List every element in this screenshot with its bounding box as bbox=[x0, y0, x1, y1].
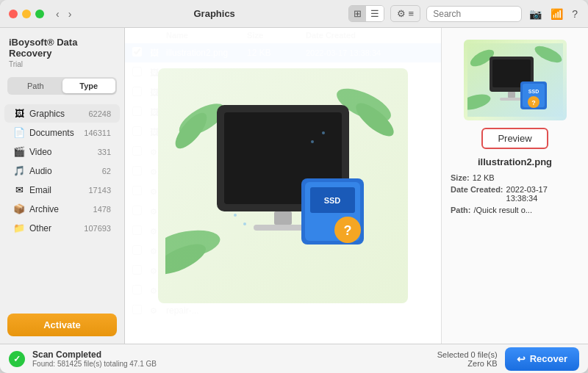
sidebar-label-other: Other bbox=[29, 223, 79, 233]
activate-button[interactable]: Activate bbox=[7, 314, 117, 336]
titlebar: ‹ › Graphics ⊞ ☰ ⚙ ≡ 📷 📶 ? bbox=[0, 0, 588, 28]
sidebar-label-archive: Archive bbox=[29, 204, 89, 214]
audio-icon: 🎵 bbox=[13, 165, 25, 176]
file-list-area: Name Size Date Created 🖼 illustration2.p… bbox=[125, 28, 441, 344]
svg-rect-26 bbox=[508, 92, 515, 98]
other-icon: 📁 bbox=[13, 222, 25, 233]
nav-arrows: ‹ › bbox=[53, 7, 74, 21]
file-info-size-row: Size: 12 KB bbox=[451, 173, 579, 182]
svg-text:?: ? bbox=[344, 223, 352, 238]
minimize-button[interactable] bbox=[22, 10, 31, 18]
sidebar-label-graphics: Graphics bbox=[29, 109, 84, 119]
sidebar-count-email: 17143 bbox=[88, 186, 111, 195]
main-layout: iBoysoft® Data Recovery Trial Path Type … bbox=[0, 28, 588, 344]
sidebar-label-documents: Documents bbox=[29, 128, 79, 138]
sidebar-header: iBoysoft® Data Recovery Trial bbox=[0, 28, 124, 71]
sidebar-item-archive[interactable]: 📦 Archive 1478 bbox=[4, 200, 120, 218]
date-created-label: Date Created: bbox=[451, 185, 503, 203]
sidebar-count-graphics: 62248 bbox=[88, 109, 111, 118]
sidebar-item-email[interactable]: ✉ Email 17143 bbox=[4, 181, 120, 199]
preview-image-container: SSD ? bbox=[158, 68, 408, 303]
thumbnail-svg: SSD ? bbox=[467, 43, 563, 117]
selected-size: Zero KB bbox=[437, 359, 498, 368]
content-area: Name Size Date Created 🖼 illustration2.p… bbox=[125, 28, 441, 344]
scan-complete-icon: ✓ bbox=[9, 351, 25, 367]
status-bar: ✓ Scan Completed Found: 581425 file(s) t… bbox=[0, 344, 588, 373]
tab-type[interactable]: Type bbox=[62, 79, 116, 93]
view-toggle: ⊞ ☰ bbox=[348, 5, 384, 22]
date-created-value: 2022-03-17 13:38:34 bbox=[506, 185, 579, 203]
file-info-date-row: Date Created: 2022-03-17 13:38:34 bbox=[451, 185, 579, 203]
email-icon: ✉ bbox=[13, 184, 25, 195]
path-label: Path: bbox=[451, 206, 471, 214]
svg-text:?: ? bbox=[531, 99, 536, 106]
sidebar-list: 🖼 Graphics 62248 📄 Documents 146311 🎬 Vi… bbox=[0, 101, 124, 306]
app-name: iBoysoft® Data Recovery bbox=[9, 37, 115, 59]
scan-complete-text: Scan Completed Found: 581425 file(s) tot… bbox=[32, 350, 157, 368]
sidebar-label-video: Video bbox=[29, 147, 93, 157]
selected-info: Selected 0 file(s) Zero KB bbox=[437, 350, 498, 368]
scan-title: Scan Completed bbox=[32, 350, 157, 360]
sidebar-activate: Activate bbox=[0, 306, 124, 344]
graphics-icon: 🖼 bbox=[13, 108, 25, 119]
toolbar-right: ⊞ ☰ ⚙ ≡ 📷 📶 ? bbox=[348, 5, 579, 22]
sidebar: iBoysoft® Data Recovery Trial Path Type … bbox=[0, 28, 125, 344]
file-info: illustration2.png Size: 12 KB Date Creat… bbox=[451, 156, 579, 217]
preview-overlay: SSD ? bbox=[125, 28, 441, 344]
svg-text:SSD: SSD bbox=[324, 196, 341, 205]
documents-icon: 📄 bbox=[13, 127, 25, 138]
sidebar-item-video[interactable]: 🎬 Video 331 bbox=[4, 142, 120, 161]
preview-thumbnail: SSD ? bbox=[464, 40, 567, 120]
svg-point-16 bbox=[311, 140, 314, 143]
svg-rect-27 bbox=[500, 98, 523, 101]
sidebar-count-other: 107693 bbox=[84, 224, 111, 233]
sidebar-count-documents: 146311 bbox=[84, 128, 111, 137]
illustration-svg: SSD ? bbox=[165, 83, 401, 289]
svg-text:SSD: SSD bbox=[528, 89, 538, 94]
grid-view-button[interactable]: ⊞ bbox=[349, 6, 366, 21]
sidebar-label-email: Email bbox=[29, 185, 84, 195]
recover-button[interactable]: ↩ Recover bbox=[505, 347, 579, 371]
size-value: 12 KB bbox=[473, 173, 495, 182]
traffic-lights bbox=[9, 10, 44, 18]
path-value: /Quick result o... bbox=[474, 206, 532, 214]
back-button[interactable]: ‹ bbox=[53, 7, 62, 21]
file-info-path-row: Path: /Quick result o... bbox=[451, 206, 579, 214]
sidebar-count-audio: 62 bbox=[102, 167, 111, 175]
list-view-button[interactable]: ☰ bbox=[366, 6, 384, 21]
svg-point-19 bbox=[243, 222, 246, 225]
window-title: Graphics bbox=[80, 8, 348, 19]
forward-button[interactable]: › bbox=[65, 7, 75, 21]
sidebar-label-audio: Audio bbox=[29, 166, 98, 176]
archive-icon: 📦 bbox=[13, 203, 25, 214]
svg-point-18 bbox=[234, 214, 237, 217]
svg-rect-8 bbox=[274, 211, 292, 225]
scan-details: Found: 581425 file(s) totaling 47.1 GB bbox=[32, 360, 157, 368]
sidebar-item-documents[interactable]: 📄 Documents 146311 bbox=[4, 123, 120, 142]
sidebar-count-archive: 1478 bbox=[93, 205, 111, 214]
help-icon[interactable]: ? bbox=[570, 7, 579, 21]
size-label: Size: bbox=[451, 173, 470, 182]
close-button[interactable] bbox=[9, 10, 18, 18]
wifi-icon[interactable]: 📶 bbox=[549, 7, 564, 21]
svg-point-17 bbox=[322, 131, 325, 134]
sidebar-count-video: 331 bbox=[98, 148, 111, 156]
right-panel: SSD ? Preview illustration2.png Size: 12… bbox=[441, 28, 588, 344]
search-input[interactable] bbox=[426, 6, 522, 22]
sidebar-item-graphics[interactable]: 🖼 Graphics 62248 bbox=[4, 104, 120, 123]
sidebar-item-other[interactable]: 📁 Other 107693 bbox=[4, 219, 120, 237]
video-icon: 🎬 bbox=[13, 146, 25, 157]
maximize-button[interactable] bbox=[35, 10, 44, 18]
tab-path[interactable]: Path bbox=[9, 79, 62, 93]
sidebar-item-audio[interactable]: 🎵 Audio 62 bbox=[4, 162, 120, 180]
preview-filename: illustration2.png bbox=[451, 156, 579, 167]
recover-icon: ↩ bbox=[517, 353, 526, 365]
selected-count: Selected 0 file(s) bbox=[437, 350, 498, 359]
app-trial: Trial bbox=[9, 60, 115, 68]
recover-label: Recover bbox=[530, 353, 567, 364]
tab-row: Path Type bbox=[7, 77, 117, 95]
app-window: ‹ › Graphics ⊞ ☰ ⚙ ≡ 📷 📶 ? iBoysoft® Dat… bbox=[0, 0, 588, 373]
preview-button[interactable]: Preview bbox=[481, 128, 548, 149]
camera-icon[interactable]: 📷 bbox=[528, 7, 543, 21]
filter-button[interactable]: ⚙ ≡ bbox=[390, 5, 420, 22]
